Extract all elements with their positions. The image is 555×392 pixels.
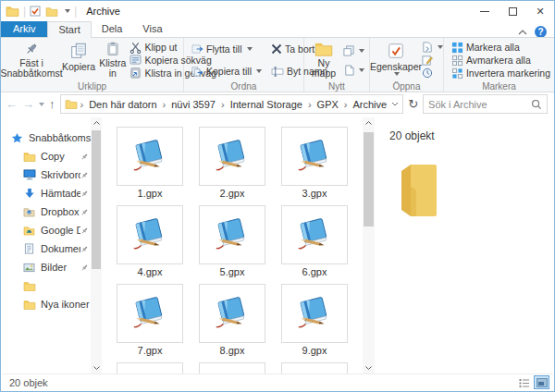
- copy-button[interactable]: Kopiera: [60, 40, 97, 80]
- sidebar-item-folder[interactable]: [2, 276, 91, 295]
- select-none-button[interactable]: Avmarkera alla: [450, 55, 552, 67]
- file-item[interactable]: 6.gpx: [281, 205, 348, 277]
- invert-selection-button[interactable]: Invertera markering: [450, 67, 552, 80]
- sidebar-item-desktop[interactable]: Skrivbord: [2, 165, 91, 184]
- scroll-up-icon[interactable]: [91, 117, 102, 129]
- tab-file-menu[interactable]: Arkiv: [1, 21, 47, 38]
- breadcrumb-gpx[interactable]: GPX: [314, 99, 341, 110]
- recent-locations-icon[interactable]: [39, 103, 44, 106]
- scrollbar-thumb[interactable]: [364, 132, 374, 227]
- breadcrumb-internal-storage[interactable]: Internal Storage: [228, 99, 305, 110]
- file-thumbnail[interactable]: [281, 127, 348, 186]
- chevron-down-icon: [438, 45, 443, 49]
- file-item[interactable]: 9.gpx: [281, 284, 348, 356]
- close-button[interactable]: ✕: [526, 1, 554, 21]
- file-name[interactable]: 4.gpx: [117, 266, 183, 277]
- file-name[interactable]: 5.gpx: [199, 266, 265, 277]
- title-bar[interactable]: | | Archive ✕: [1, 1, 554, 21]
- file-name[interactable]: 9.gpx: [281, 345, 348, 356]
- tab-view[interactable]: Visa: [132, 21, 172, 38]
- file-thumbnail[interactable]: [281, 362, 348, 374]
- file-thumbnail[interactable]: [281, 205, 348, 264]
- sidebar-item-google-drive[interactable]: Google Drive: [2, 221, 91, 239]
- sidebar-item-downloads[interactable]: Hämtade filer: [2, 184, 91, 202]
- maximize-button[interactable]: [499, 1, 526, 21]
- new-folder-icon[interactable]: [45, 6, 58, 17]
- search-input[interactable]: [428, 99, 531, 110]
- file-item[interactable]: 4.gpx: [117, 205, 183, 277]
- file-thumbnail[interactable]: [117, 205, 183, 264]
- file-thumbnail[interactable]: [199, 205, 265, 264]
- file-item[interactable]: 3.gpx: [281, 127, 348, 199]
- file-thumbnail[interactable]: [117, 284, 183, 343]
- file-item[interactable]: 7.gpx: [117, 284, 183, 356]
- file-item-partial[interactable]: [281, 362, 348, 374]
- file-list-scrollbar[interactable]: [363, 117, 375, 374]
- up-button[interactable]: ↑: [49, 97, 56, 111]
- address-dropdown-icon[interactable]: [391, 102, 399, 106]
- paste-button[interactable]: Klistra in: [97, 40, 128, 80]
- breadcrumb[interactable]: › Den här datorn › nüvi 3597 › Internal …: [60, 94, 404, 114]
- scroll-down-icon[interactable]: [91, 362, 102, 374]
- file-name[interactable]: 7.gpx: [117, 345, 183, 356]
- file-item-partial[interactable]: [199, 362, 265, 374]
- pin-to-quick-access-button[interactable]: Fäst i Snabbåtkomst: [3, 40, 60, 80]
- file-name[interactable]: 6.gpx: [281, 266, 348, 277]
- breadcrumb-device[interactable]: nüvi 3597: [168, 99, 218, 110]
- properties-icon[interactable]: [30, 6, 41, 17]
- sidebar-item-new-icons[interactable]: Nya ikoner: [2, 295, 91, 313]
- forward-button[interactable]: →: [22, 97, 34, 111]
- thumbnail-view-button[interactable]: [534, 375, 549, 389]
- file-thumbnail[interactable]: [117, 362, 183, 374]
- move-to-button[interactable]: Flytta till: [190, 43, 264, 55]
- sidebar-item-quick-access[interactable]: Snabbåtkomst: [2, 129, 91, 147]
- file-thumbnail[interactable]: [281, 284, 348, 343]
- edit-button[interactable]: [420, 55, 445, 66]
- breadcrumb-this-pc[interactable]: Den här datorn: [86, 99, 159, 110]
- scroll-down-icon[interactable]: [363, 362, 375, 374]
- properties-button[interactable]: Egenskaper: [372, 40, 420, 80]
- search-box[interactable]: [423, 94, 548, 114]
- details-view-button[interactable]: [516, 375, 532, 389]
- tab-start[interactable]: Start: [47, 21, 91, 38]
- easy-access-button[interactable]: [341, 65, 366, 76]
- sidebar-item-copy[interactable]: Copy: [2, 147, 91, 165]
- tab-share[interactable]: Dela: [92, 21, 133, 38]
- scrollbar-track[interactable]: [363, 129, 375, 362]
- scrollbar-track[interactable]: [91, 129, 102, 362]
- collapse-ribbon-icon[interactable]: [518, 30, 527, 35]
- minimize-button[interactable]: [471, 1, 499, 21]
- ribbon-group-open: Egenskaper Öppna: [370, 38, 444, 92]
- refresh-icon[interactable]: ↻: [408, 97, 418, 111]
- file-item[interactable]: 8.gpx: [199, 284, 265, 356]
- file-thumbnail[interactable]: [117, 127, 183, 186]
- scrollbar-thumb[interactable]: [92, 130, 101, 269]
- sidebar-item-documents[interactable]: Dokument: [2, 239, 91, 258]
- file-thumbnail[interactable]: [199, 362, 265, 374]
- new-folder-button[interactable]: Ny mapp: [306, 40, 341, 80]
- file-item-partial[interactable]: [117, 362, 183, 374]
- file-item[interactable]: 5.gpx: [199, 205, 265, 277]
- new-item-button[interactable]: [341, 45, 366, 56]
- file-item[interactable]: 2.gpx: [199, 127, 265, 199]
- copy-to-button[interactable]: Kopiera till: [190, 66, 264, 77]
- search-icon[interactable]: [531, 99, 542, 110]
- file-name[interactable]: 1.gpx: [117, 188, 183, 199]
- sidebar-item-dropbox[interactable]: Dropbox: [2, 202, 91, 221]
- chevron-down-icon[interactable]: [65, 9, 70, 13]
- back-button[interactable]: ←: [6, 97, 18, 111]
- file-name[interactable]: 2.gpx: [199, 188, 265, 199]
- gpx-book-icon: [130, 215, 169, 254]
- sidebar-item-pictures[interactable]: Bilder: [2, 258, 91, 276]
- file-name[interactable]: 3.gpx: [281, 188, 348, 199]
- select-all-button[interactable]: Markera alla: [450, 42, 552, 54]
- file-name[interactable]: 8.gpx: [199, 345, 265, 356]
- file-thumbnail[interactable]: [199, 127, 265, 186]
- file-thumbnail[interactable]: [199, 284, 265, 343]
- breadcrumb-archive[interactable]: Archive: [350, 99, 389, 110]
- file-item[interactable]: 1.gpx: [117, 127, 183, 199]
- open-button[interactable]: [420, 42, 445, 53]
- scroll-up-icon[interactable]: [363, 117, 375, 129]
- sidebar-scrollbar[interactable]: [91, 117, 102, 374]
- history-button[interactable]: [420, 67, 445, 79]
